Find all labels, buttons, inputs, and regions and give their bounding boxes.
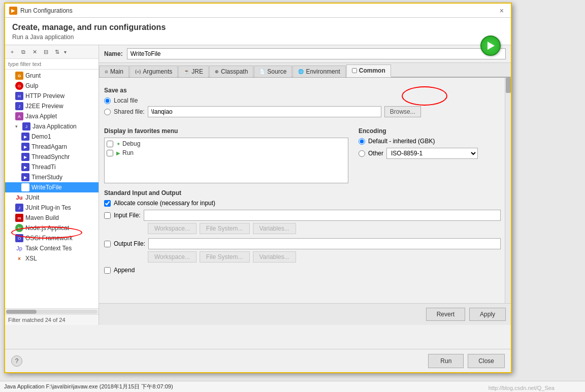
run-checkbox[interactable] bbox=[107, 150, 113, 156]
run-icon: ▶ bbox=[116, 150, 120, 156]
filter-input[interactable] bbox=[5, 59, 99, 70]
common-tab-checkbox[interactable] bbox=[352, 68, 357, 73]
tree-item-maven[interactable]: m Maven Build bbox=[5, 213, 99, 223]
new-config-button[interactable]: + bbox=[7, 47, 17, 57]
output-file-input[interactable] bbox=[148, 238, 501, 249]
tree-item-grunt[interactable]: G Grunt bbox=[5, 71, 99, 81]
tree-item-label: JUnit bbox=[25, 194, 39, 201]
save-as-section: Save as Local file Shared file: Browse..… bbox=[104, 87, 501, 117]
tree-item-http-preview[interactable]: H HTTP Preview bbox=[5, 91, 99, 101]
revert-button[interactable]: Revert bbox=[426, 308, 465, 321]
output-workspace-button[interactable]: Workspace... bbox=[148, 251, 197, 263]
help-button[interactable]: ? bbox=[11, 355, 22, 367]
classpath-tab-icon: ⊕ bbox=[215, 69, 219, 74]
name-label: Name: bbox=[104, 50, 123, 57]
input-variables-button[interactable]: Variables... bbox=[253, 223, 296, 234]
output-file-checkbox[interactable] bbox=[104, 241, 111, 247]
tab-source[interactable]: 📄 Source bbox=[254, 66, 292, 77]
input-filesystem-button[interactable]: File System... bbox=[200, 223, 250, 234]
collapse-all-button[interactable]: ⊟ bbox=[41, 47, 51, 57]
tree-item-threadti[interactable]: ▶ ThreadTi bbox=[5, 162, 99, 172]
junit-plugin-icon: J bbox=[15, 204, 23, 212]
dialog-close-button[interactable]: × bbox=[497, 6, 507, 16]
input-workspace-button[interactable]: Workspace... bbox=[148, 223, 197, 234]
tree-item-j2ee[interactable]: J J2EE Preview bbox=[5, 101, 99, 111]
tree-item-gulp[interactable]: G Gulp bbox=[5, 81, 99, 91]
xsl-icon: × bbox=[15, 254, 23, 263]
run-close-buttons: Run Close bbox=[428, 354, 505, 368]
tree-item-java-application[interactable]: ▾ J Java Application bbox=[5, 121, 99, 132]
close-button[interactable]: Close bbox=[468, 354, 505, 368]
tab-classpath[interactable]: ⊕ Classpath bbox=[209, 66, 253, 77]
shared-file-input[interactable] bbox=[148, 106, 381, 117]
tree-item-junit[interactable]: Ju JUnit bbox=[5, 192, 99, 203]
name-input[interactable] bbox=[127, 48, 506, 59]
default-encoding-radio[interactable] bbox=[359, 138, 365, 145]
favorites-encoding-row: Display in favorites menu ✦ Debug bbox=[104, 123, 501, 183]
encoding-select[interactable]: ISO-8859-1 bbox=[386, 148, 478, 159]
output-filesystem-button[interactable]: File System... bbox=[200, 251, 250, 263]
tab-environment-label: Environment bbox=[306, 68, 340, 75]
duplicate-config-button[interactable]: ⧉ bbox=[18, 47, 28, 57]
run-icon-button[interactable] bbox=[480, 36, 501, 56]
shared-file-radio[interactable] bbox=[104, 109, 111, 115]
allocate-console-checkbox[interactable] bbox=[104, 200, 111, 207]
name-row: Name: bbox=[99, 45, 511, 63]
java-applet-icon: A bbox=[15, 112, 23, 120]
tree-item-label: Task Context Tes bbox=[25, 245, 72, 252]
append-label: Append bbox=[114, 267, 135, 274]
sort-button[interactable]: ⇅ bbox=[52, 47, 62, 57]
shared-file-label: Shared file: bbox=[114, 108, 145, 115]
apply-button[interactable]: Apply bbox=[469, 308, 506, 321]
threadti-run-icon: ▶ bbox=[21, 163, 29, 171]
tab-jre[interactable]: ☕ JRE bbox=[178, 66, 209, 77]
tree-item-junit-plugin[interactable]: J JUnit Plug-in Tes bbox=[5, 203, 99, 213]
h-scrollbar-track[interactable] bbox=[6, 310, 98, 314]
tab-common[interactable]: Common bbox=[346, 64, 391, 77]
dialog-action-footer: Revert Apply bbox=[99, 303, 511, 325]
tree-item-java-applet[interactable]: A Java Applet bbox=[5, 111, 99, 121]
browse-button[interactable]: Browse... bbox=[384, 106, 421, 117]
stdio-title: Standard Input and Output bbox=[104, 189, 501, 197]
run-button[interactable]: Run bbox=[428, 354, 464, 368]
right-panel: Name: ⊙ Main (=) Arguments ☕ JRE ⊕ bbox=[99, 45, 511, 325]
nodejs-icon: N bbox=[15, 224, 23, 232]
input-file-input[interactable] bbox=[144, 210, 501, 221]
local-file-label: Local file bbox=[114, 97, 138, 104]
input-file-checkbox[interactable] bbox=[104, 212, 111, 219]
http-icon: H bbox=[15, 92, 23, 100]
tree-item-nodejs[interactable]: N Node.js Applicat bbox=[5, 223, 99, 233]
local-file-radio[interactable] bbox=[104, 97, 111, 104]
main-tab-icon: ⊙ bbox=[105, 70, 108, 74]
delete-config-button[interactable]: ✕ bbox=[29, 47, 40, 57]
tab-common-label: Common bbox=[359, 67, 385, 74]
output-file-row: Output File: bbox=[104, 238, 501, 249]
debug-checkbox[interactable] bbox=[107, 141, 113, 147]
right-scrollbar[interactable] bbox=[505, 78, 511, 303]
append-checkbox[interactable] bbox=[104, 267, 111, 274]
tab-environment[interactable]: 🌐 Environment bbox=[292, 66, 345, 77]
tree-item-osgi[interactable]: O OSGi Framework bbox=[5, 233, 99, 243]
output-variables-button[interactable]: Variables... bbox=[253, 251, 296, 263]
input-file-label: Input File: bbox=[114, 212, 141, 219]
h-scrollbar-thumb[interactable] bbox=[6, 310, 37, 314]
tab-main[interactable]: ⊙ Main bbox=[99, 66, 129, 77]
tree-item-xsl[interactable]: × XSL bbox=[5, 253, 99, 264]
tree-item-threadsynchr[interactable]: ▶ ThreadSynchr bbox=[5, 152, 99, 162]
horizontal-scrollbar[interactable] bbox=[5, 308, 99, 314]
tab-arguments[interactable]: (=) Arguments bbox=[129, 66, 178, 77]
tree-item-demo1[interactable]: ▶ Demo1 bbox=[5, 132, 99, 142]
tab-source-label: Source bbox=[267, 68, 286, 75]
tree-item-task[interactable]: Jp Task Context Tes bbox=[5, 243, 99, 253]
tree-item-threadagarn[interactable]: ▶ ThreadAgarn bbox=[5, 142, 99, 152]
scrollbar-thumb[interactable] bbox=[506, 78, 511, 93]
tree-item-label: XSL bbox=[25, 255, 37, 262]
allocate-console-row: Allocate console (necessary for input) bbox=[104, 200, 501, 207]
debug-icon: ✦ bbox=[116, 141, 120, 147]
tree-item-timerstudy[interactable]: ▶ TimerStudy bbox=[5, 172, 99, 182]
favorites-title: Display in favorites menu bbox=[104, 127, 348, 135]
output-file-buttons: Workspace... File System... Variables... bbox=[148, 251, 501, 263]
other-encoding-radio[interactable] bbox=[359, 150, 365, 157]
tree-item-writetofile[interactable]: ▶ WriteToFile bbox=[5, 182, 99, 192]
tree-item-label: J2EE Preview bbox=[25, 103, 63, 110]
